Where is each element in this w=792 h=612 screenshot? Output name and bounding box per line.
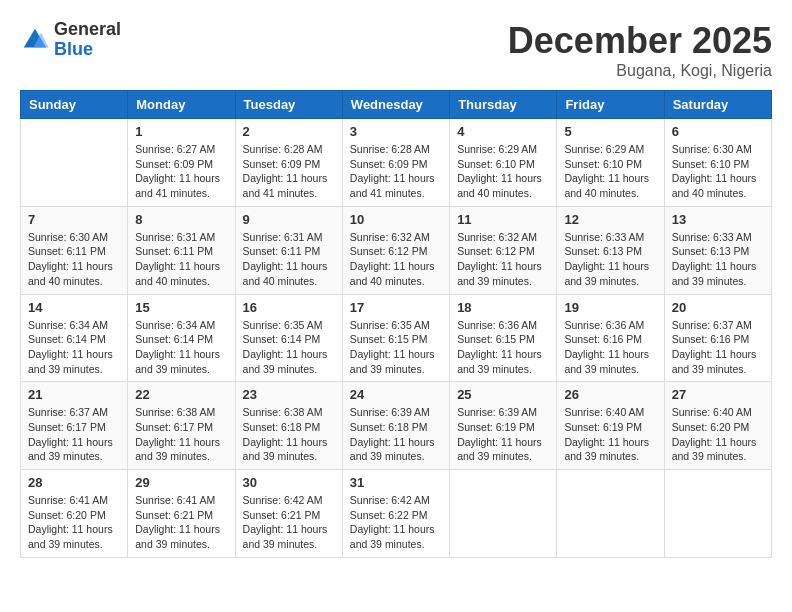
calendar-cell: 28Sunrise: 6:41 AM Sunset: 6:20 PM Dayli… xyxy=(21,470,128,558)
calendar-cell xyxy=(21,119,128,207)
day-number: 7 xyxy=(28,212,120,227)
day-info: Sunrise: 6:36 AM Sunset: 6:16 PM Dayligh… xyxy=(564,318,656,377)
day-number: 12 xyxy=(564,212,656,227)
day-info: Sunrise: 6:29 AM Sunset: 6:10 PM Dayligh… xyxy=(564,142,656,201)
calendar-week-row: 28Sunrise: 6:41 AM Sunset: 6:20 PM Dayli… xyxy=(21,470,772,558)
weekday-header-thursday: Thursday xyxy=(450,91,557,119)
calendar-cell: 18Sunrise: 6:36 AM Sunset: 6:15 PM Dayli… xyxy=(450,294,557,382)
calendar-cell: 29Sunrise: 6:41 AM Sunset: 6:21 PM Dayli… xyxy=(128,470,235,558)
weekday-header-monday: Monday xyxy=(128,91,235,119)
day-info: Sunrise: 6:31 AM Sunset: 6:11 PM Dayligh… xyxy=(243,230,335,289)
day-number: 17 xyxy=(350,300,442,315)
calendar-cell: 11Sunrise: 6:32 AM Sunset: 6:12 PM Dayli… xyxy=(450,206,557,294)
calendar-cell: 8Sunrise: 6:31 AM Sunset: 6:11 PM Daylig… xyxy=(128,206,235,294)
day-number: 18 xyxy=(457,300,549,315)
day-number: 26 xyxy=(564,387,656,402)
day-number: 19 xyxy=(564,300,656,315)
calendar-cell: 10Sunrise: 6:32 AM Sunset: 6:12 PM Dayli… xyxy=(342,206,449,294)
day-info: Sunrise: 6:34 AM Sunset: 6:14 PM Dayligh… xyxy=(28,318,120,377)
day-number: 23 xyxy=(243,387,335,402)
calendar-week-row: 21Sunrise: 6:37 AM Sunset: 6:17 PM Dayli… xyxy=(21,382,772,470)
day-info: Sunrise: 6:32 AM Sunset: 6:12 PM Dayligh… xyxy=(457,230,549,289)
day-info: Sunrise: 6:37 AM Sunset: 6:16 PM Dayligh… xyxy=(672,318,764,377)
day-number: 8 xyxy=(135,212,227,227)
calendar-cell: 13Sunrise: 6:33 AM Sunset: 6:13 PM Dayli… xyxy=(664,206,771,294)
calendar-cell: 22Sunrise: 6:38 AM Sunset: 6:17 PM Dayli… xyxy=(128,382,235,470)
day-info: Sunrise: 6:38 AM Sunset: 6:18 PM Dayligh… xyxy=(243,405,335,464)
day-info: Sunrise: 6:35 AM Sunset: 6:14 PM Dayligh… xyxy=(243,318,335,377)
page-header: General Blue December 2025 Bugana, Kogi,… xyxy=(20,20,772,80)
weekday-header-tuesday: Tuesday xyxy=(235,91,342,119)
day-info: Sunrise: 6:39 AM Sunset: 6:18 PM Dayligh… xyxy=(350,405,442,464)
day-info: Sunrise: 6:27 AM Sunset: 6:09 PM Dayligh… xyxy=(135,142,227,201)
day-number: 2 xyxy=(243,124,335,139)
day-number: 22 xyxy=(135,387,227,402)
calendar-week-row: 1Sunrise: 6:27 AM Sunset: 6:09 PM Daylig… xyxy=(21,119,772,207)
weekday-header-saturday: Saturday xyxy=(664,91,771,119)
day-number: 4 xyxy=(457,124,549,139)
weekday-header-sunday: Sunday xyxy=(21,91,128,119)
calendar-cell: 27Sunrise: 6:40 AM Sunset: 6:20 PM Dayli… xyxy=(664,382,771,470)
day-info: Sunrise: 6:42 AM Sunset: 6:21 PM Dayligh… xyxy=(243,493,335,552)
day-info: Sunrise: 6:30 AM Sunset: 6:10 PM Dayligh… xyxy=(672,142,764,201)
day-number: 20 xyxy=(672,300,764,315)
day-number: 13 xyxy=(672,212,764,227)
day-info: Sunrise: 6:35 AM Sunset: 6:15 PM Dayligh… xyxy=(350,318,442,377)
calendar-cell: 4Sunrise: 6:29 AM Sunset: 6:10 PM Daylig… xyxy=(450,119,557,207)
day-info: Sunrise: 6:39 AM Sunset: 6:19 PM Dayligh… xyxy=(457,405,549,464)
calendar-cell: 15Sunrise: 6:34 AM Sunset: 6:14 PM Dayli… xyxy=(128,294,235,382)
day-info: Sunrise: 6:28 AM Sunset: 6:09 PM Dayligh… xyxy=(243,142,335,201)
calendar-cell: 14Sunrise: 6:34 AM Sunset: 6:14 PM Dayli… xyxy=(21,294,128,382)
calendar-cell: 23Sunrise: 6:38 AM Sunset: 6:18 PM Dayli… xyxy=(235,382,342,470)
day-number: 28 xyxy=(28,475,120,490)
calendar-cell: 1Sunrise: 6:27 AM Sunset: 6:09 PM Daylig… xyxy=(128,119,235,207)
day-info: Sunrise: 6:42 AM Sunset: 6:22 PM Dayligh… xyxy=(350,493,442,552)
month-title: December 2025 xyxy=(508,20,772,62)
day-info: Sunrise: 6:33 AM Sunset: 6:13 PM Dayligh… xyxy=(672,230,764,289)
day-info: Sunrise: 6:33 AM Sunset: 6:13 PM Dayligh… xyxy=(564,230,656,289)
day-number: 9 xyxy=(243,212,335,227)
day-info: Sunrise: 6:29 AM Sunset: 6:10 PM Dayligh… xyxy=(457,142,549,201)
calendar-cell: 12Sunrise: 6:33 AM Sunset: 6:13 PM Dayli… xyxy=(557,206,664,294)
day-number: 24 xyxy=(350,387,442,402)
calendar-cell: 24Sunrise: 6:39 AM Sunset: 6:18 PM Dayli… xyxy=(342,382,449,470)
calendar-cell: 21Sunrise: 6:37 AM Sunset: 6:17 PM Dayli… xyxy=(21,382,128,470)
calendar-cell: 30Sunrise: 6:42 AM Sunset: 6:21 PM Dayli… xyxy=(235,470,342,558)
calendar-cell: 26Sunrise: 6:40 AM Sunset: 6:19 PM Dayli… xyxy=(557,382,664,470)
calendar-cell: 31Sunrise: 6:42 AM Sunset: 6:22 PM Dayli… xyxy=(342,470,449,558)
day-info: Sunrise: 6:32 AM Sunset: 6:12 PM Dayligh… xyxy=(350,230,442,289)
day-number: 6 xyxy=(672,124,764,139)
day-number: 30 xyxy=(243,475,335,490)
calendar-cell: 25Sunrise: 6:39 AM Sunset: 6:19 PM Dayli… xyxy=(450,382,557,470)
calendar-week-row: 7Sunrise: 6:30 AM Sunset: 6:11 PM Daylig… xyxy=(21,206,772,294)
calendar-cell xyxy=(557,470,664,558)
day-number: 5 xyxy=(564,124,656,139)
calendar-cell xyxy=(664,470,771,558)
day-number: 1 xyxy=(135,124,227,139)
logo: General Blue xyxy=(20,20,121,60)
day-info: Sunrise: 6:34 AM Sunset: 6:14 PM Dayligh… xyxy=(135,318,227,377)
calendar-header-row: SundayMondayTuesdayWednesdayThursdayFrid… xyxy=(21,91,772,119)
day-number: 29 xyxy=(135,475,227,490)
day-number: 27 xyxy=(672,387,764,402)
day-info: Sunrise: 6:41 AM Sunset: 6:21 PM Dayligh… xyxy=(135,493,227,552)
day-number: 10 xyxy=(350,212,442,227)
calendar-cell: 2Sunrise: 6:28 AM Sunset: 6:09 PM Daylig… xyxy=(235,119,342,207)
day-number: 21 xyxy=(28,387,120,402)
day-number: 14 xyxy=(28,300,120,315)
weekday-header-wednesday: Wednesday xyxy=(342,91,449,119)
logo-general-text: General xyxy=(54,20,121,40)
calendar-cell: 19Sunrise: 6:36 AM Sunset: 6:16 PM Dayli… xyxy=(557,294,664,382)
day-info: Sunrise: 6:36 AM Sunset: 6:15 PM Dayligh… xyxy=(457,318,549,377)
day-number: 15 xyxy=(135,300,227,315)
day-info: Sunrise: 6:40 AM Sunset: 6:20 PM Dayligh… xyxy=(672,405,764,464)
day-number: 25 xyxy=(457,387,549,402)
logo-icon xyxy=(20,25,50,55)
calendar-table: SundayMondayTuesdayWednesdayThursdayFrid… xyxy=(20,90,772,558)
day-info: Sunrise: 6:28 AM Sunset: 6:09 PM Dayligh… xyxy=(350,142,442,201)
day-info: Sunrise: 6:37 AM Sunset: 6:17 PM Dayligh… xyxy=(28,405,120,464)
day-info: Sunrise: 6:40 AM Sunset: 6:19 PM Dayligh… xyxy=(564,405,656,464)
location: Bugana, Kogi, Nigeria xyxy=(508,62,772,80)
day-number: 16 xyxy=(243,300,335,315)
calendar-cell xyxy=(450,470,557,558)
